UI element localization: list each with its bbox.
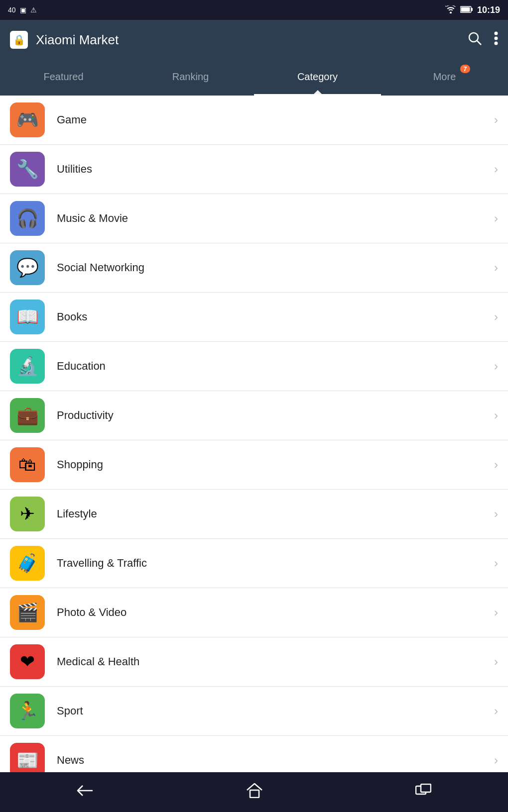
- category-item-news[interactable]: 📰 News ›: [0, 736, 508, 772]
- search-button[interactable]: [467, 31, 482, 49]
- category-name-travelling-traffic: Travelling & Traffic: [57, 557, 494, 570]
- svg-rect-1: [471, 8, 473, 11]
- status-alert-icon: ⚠: [30, 6, 37, 14]
- tab-more-badge: 7: [460, 65, 470, 73]
- category-chevron-productivity: ›: [494, 408, 498, 422]
- category-name-education: Education: [57, 360, 494, 373]
- category-item-shopping[interactable]: 🛍 Shopping ›: [0, 440, 508, 490]
- tab-category[interactable]: Category: [254, 60, 381, 96]
- recents-button[interactable]: [400, 779, 446, 806]
- category-chevron-shopping: ›: [494, 458, 498, 472]
- category-item-utilities[interactable]: 🔧 Utilities ›: [0, 145, 508, 194]
- category-chevron-travelling-traffic: ›: [494, 556, 498, 570]
- svg-rect-11: [421, 784, 431, 792]
- app-bar-left: 🔒 Xiaomi Market: [10, 31, 467, 49]
- back-button[interactable]: [62, 779, 109, 806]
- svg-rect-9: [250, 790, 259, 798]
- category-icon-game: 🎮: [10, 102, 45, 137]
- category-icon-social-networking: 💬: [10, 250, 45, 285]
- category-icon-books: 📖: [10, 300, 45, 334]
- category-name-game: Game: [57, 113, 494, 126]
- status-time: 10:19: [477, 5, 500, 15]
- category-chevron-medical-health: ›: [494, 655, 498, 669]
- category-name-medical-health: Medical & Health: [57, 655, 494, 668]
- tab-category-label: Category: [297, 71, 338, 83]
- category-icon-travelling-traffic: 🧳: [10, 546, 45, 581]
- category-name-news: News: [57, 754, 494, 767]
- category-chevron-utilities: ›: [494, 162, 498, 176]
- category-item-medical-health[interactable]: ❤ Medical & Health ›: [0, 637, 508, 687]
- svg-rect-2: [461, 7, 470, 11]
- category-item-music-movie[interactable]: 🎧 Music & Movie ›: [0, 194, 508, 243]
- category-name-sport: Sport: [57, 705, 494, 717]
- category-icon-shopping: 🛍: [10, 447, 45, 482]
- category-item-photo-video[interactable]: 🎬 Photo & Video ›: [0, 588, 508, 637]
- category-name-music-movie: Music & Movie: [57, 212, 494, 225]
- svg-point-7: [495, 41, 498, 45]
- battery-icon: [460, 5, 473, 15]
- status-battery-num: 40: [8, 6, 16, 14]
- app-bar-actions: [467, 31, 498, 49]
- app-logo-icon: 🔒: [10, 31, 28, 49]
- category-icon-productivity: 💼: [10, 398, 45, 433]
- category-item-lifestyle[interactable]: ✈ Lifestyle ›: [0, 490, 508, 539]
- category-icon-photo-video: 🎬: [10, 595, 45, 630]
- svg-point-6: [495, 36, 498, 40]
- category-icon-utilities: 🔧: [10, 152, 45, 187]
- category-icon-medical-health: ❤: [10, 644, 45, 679]
- category-icon-sport: 🏃: [10, 694, 45, 728]
- svg-line-4: [477, 41, 481, 45]
- category-name-utilities: Utilities: [57, 163, 494, 176]
- status-camera-icon: ▣: [20, 6, 26, 14]
- category-chevron-books: ›: [494, 310, 498, 324]
- category-item-books[interactable]: 📖 Books ›: [0, 293, 508, 342]
- category-chevron-news: ›: [494, 753, 498, 767]
- svg-point-5: [495, 31, 498, 35]
- tab-ranking[interactable]: Ranking: [127, 60, 254, 96]
- category-name-shopping: Shopping: [57, 458, 494, 471]
- home-button[interactable]: [232, 778, 277, 807]
- category-icon-news: 📰: [10, 743, 45, 772]
- category-item-game[interactable]: 🎮 Game ›: [0, 96, 508, 145]
- category-name-productivity: Productivity: [57, 409, 494, 422]
- category-name-books: Books: [57, 310, 494, 323]
- wifi-icon: [445, 5, 456, 15]
- category-chevron-sport: ›: [494, 704, 498, 718]
- category-chevron-photo-video: ›: [494, 606, 498, 619]
- overflow-menu-button[interactable]: [494, 31, 498, 49]
- svg-point-3: [469, 33, 478, 42]
- category-icon-music-movie: 🎧: [10, 201, 45, 236]
- tab-active-indicator: [314, 90, 322, 94]
- category-item-social-networking[interactable]: 💬 Social Networking ›: [0, 243, 508, 293]
- category-chevron-music-movie: ›: [494, 211, 498, 225]
- bottom-nav: [0, 772, 508, 812]
- category-name-lifestyle: Lifestyle: [57, 508, 494, 520]
- category-chevron-game: ›: [494, 113, 498, 127]
- status-right: 10:19: [445, 5, 500, 15]
- category-item-productivity[interactable]: 💼 Productivity ›: [0, 391, 508, 440]
- category-icon-education: 🔬: [10, 349, 45, 384]
- tab-more[interactable]: More 7: [381, 60, 508, 96]
- status-bar: 40 ▣ ⚠ 10:19: [0, 0, 508, 20]
- tab-featured-label: Featured: [43, 71, 83, 83]
- category-name-photo-video: Photo & Video: [57, 606, 494, 619]
- app-title: Xiaomi Market: [36, 32, 119, 48]
- app-bar: 🔒 Xiaomi Market: [0, 20, 508, 60]
- category-item-sport[interactable]: 🏃 Sport ›: [0, 687, 508, 736]
- category-name-social-networking: Social Networking: [57, 261, 494, 274]
- category-chevron-social-networking: ›: [494, 261, 498, 275]
- tab-ranking-label: Ranking: [172, 71, 209, 83]
- category-chevron-lifestyle: ›: [494, 507, 498, 521]
- category-chevron-education: ›: [494, 359, 498, 373]
- category-icon-lifestyle: ✈: [10, 497, 45, 531]
- status-left: 40 ▣ ⚠: [8, 6, 37, 14]
- category-list: 🎮 Game › 🔧 Utilities › 🎧 Music & Movie ›…: [0, 96, 508, 772]
- tab-featured[interactable]: Featured: [0, 60, 127, 96]
- category-item-education[interactable]: 🔬 Education ›: [0, 342, 508, 391]
- tab-more-label: More: [433, 71, 456, 83]
- category-item-travelling-traffic[interactable]: 🧳 Travelling & Traffic ›: [0, 539, 508, 588]
- tab-bar: Featured Ranking Category More 7: [0, 60, 508, 96]
